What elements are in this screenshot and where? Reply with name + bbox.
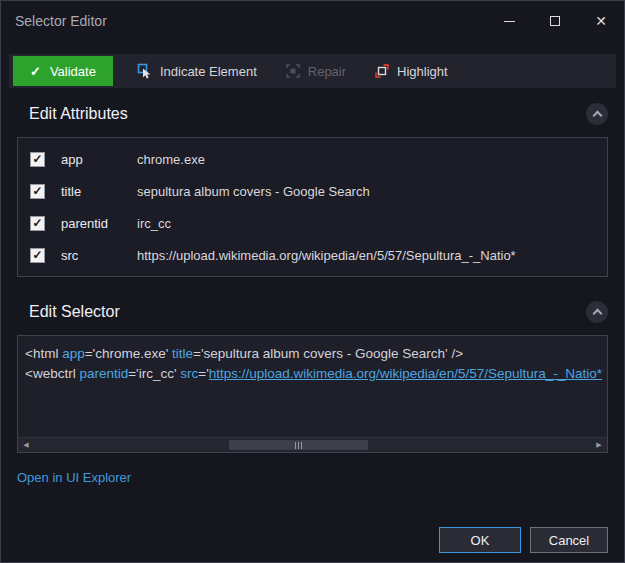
minimize-button[interactable] (486, 1, 532, 41)
indicate-cursor-icon (137, 63, 153, 79)
code-token: = (128, 366, 136, 381)
window-controls: ✕ (486, 1, 624, 41)
highlight-button[interactable]: Highlight (370, 56, 452, 86)
code-token: 'chrome.exe' (93, 346, 169, 361)
edit-attributes-title: Edit Attributes (17, 105, 128, 123)
close-icon: ✕ (595, 14, 607, 28)
maximize-button[interactable] (532, 1, 578, 41)
indicate-element-button[interactable]: Indicate Element (133, 56, 261, 86)
selector-section: Edit Selector <html app='chrome.exe' tit… (1, 301, 624, 453)
scrollbar-thumb[interactable] (229, 440, 368, 450)
code-token: = (85, 346, 93, 361)
attribute-checkbox[interactable]: ✓ (30, 216, 45, 231)
attribute-checkbox[interactable]: ✓ (30, 152, 45, 167)
attributes-panel: ✓ app chrome.exe ✓ title sepultura album… (17, 137, 608, 277)
code-token: = (193, 346, 201, 361)
toolbar: ✓ Validate Indicate Element Repair (9, 54, 616, 88)
selector-code-line: <webctrl parentid='irc_cc' src='https://… (25, 364, 600, 384)
ok-button[interactable]: OK (439, 527, 521, 553)
selector-code-line: <html app='chrome.exe' title='sepultura … (25, 344, 600, 364)
window-title: Selector Editor (15, 13, 107, 29)
minimize-icon (504, 21, 515, 22)
code-token: 'sepultura album covers - Google Search' (201, 346, 448, 361)
open-ui-explorer-link[interactable]: Open in UI Explorer (17, 470, 131, 485)
code-token: https://upload.wikimedia.org/wikipedia/e… (209, 366, 602, 381)
attribute-checkbox[interactable]: ✓ (30, 184, 45, 199)
highlight-label: Highlight (397, 64, 448, 79)
attribute-name: src (61, 248, 137, 263)
chevron-up-icon (592, 111, 602, 121)
edit-selector-title: Edit Selector (17, 303, 120, 321)
titlebar: Selector Editor ✕ (1, 1, 624, 41)
selector-editor-textarea[interactable]: <html app='chrome.exe' title='sepultura … (17, 335, 608, 453)
chevron-up-icon (592, 309, 602, 319)
scroll-right-arrow[interactable]: ▶ (591, 438, 607, 452)
attribute-row: ✓ parentid irc_cc (18, 207, 607, 239)
attribute-name: parentid (61, 216, 137, 231)
attribute-value[interactable]: https://upload.wikimedia.org/wikipedia/e… (137, 248, 516, 263)
repair-label: Repair (308, 64, 346, 79)
attribute-row: ✓ app chrome.exe (18, 143, 607, 175)
selector-editor-window: Selector Editor ✕ ✓ Validate (0, 0, 625, 563)
maximize-icon (550, 16, 560, 26)
code-token: <webctrl (25, 366, 79, 381)
attribute-name: title (61, 184, 137, 199)
attribute-checkbox[interactable]: ✓ (30, 248, 45, 263)
horizontal-scrollbar[interactable]: ◀ ▶ (18, 437, 607, 452)
collapse-attributes-button[interactable] (586, 103, 608, 125)
attribute-value[interactable]: sepultura album covers - Google Search (137, 184, 370, 199)
highlight-icon (374, 63, 390, 79)
attribute-name: app (61, 152, 137, 167)
code-token: 'irc_cc' (136, 366, 176, 381)
scrollbar-grip (298, 442, 299, 449)
code-token: title (172, 346, 193, 361)
repair-icon (285, 63, 301, 79)
code-token: =' (198, 366, 208, 381)
scroll-left-arrow[interactable]: ◀ (18, 438, 34, 452)
validate-button[interactable]: ✓ Validate (13, 56, 113, 86)
cancel-button[interactable]: Cancel (530, 527, 608, 553)
footer-buttons: OK Cancel (439, 527, 608, 553)
attribute-row: ✓ src https://upload.wikimedia.org/wikip… (18, 239, 607, 271)
indicate-element-label: Indicate Element (160, 64, 257, 79)
selector-code: <html app='chrome.exe' title='sepultura … (18, 336, 607, 392)
code-token: /> (448, 346, 463, 361)
code-token: src (180, 366, 198, 381)
validate-label: Validate (50, 64, 96, 79)
edit-attributes-header: Edit Attributes (17, 103, 608, 125)
scrollbar-track[interactable] (34, 438, 591, 452)
attribute-value[interactable]: irc_cc (137, 216, 171, 231)
edit-selector-header: Edit Selector (17, 301, 608, 323)
check-icon: ✓ (30, 64, 41, 79)
repair-button: Repair (281, 56, 350, 86)
attribute-row: ✓ title sepultura album covers - Google … (18, 175, 607, 207)
attribute-value[interactable]: chrome.exe (137, 152, 205, 167)
code-token: <html (25, 346, 62, 361)
code-token: parentid (79, 366, 128, 381)
close-button[interactable]: ✕ (578, 1, 624, 41)
collapse-selector-button[interactable] (586, 301, 608, 323)
code-token: app (62, 346, 85, 361)
